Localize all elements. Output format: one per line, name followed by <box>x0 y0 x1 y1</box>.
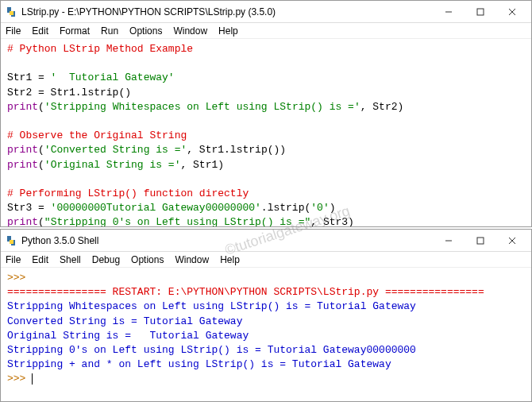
shell-output: Converted String is = Tutorial Gateway <box>7 315 242 327</box>
maximize-button[interactable] <box>465 232 496 249</box>
minimize-button[interactable] <box>433 3 465 21</box>
menu-file[interactable]: File <box>6 254 21 265</box>
menu-options[interactable]: Options <box>131 254 164 265</box>
code-builtin: print <box>7 159 38 171</box>
menu-window[interactable]: Window <box>173 25 207 37</box>
editor-window: LStrip.py - E:\PYTHON\PYTHON SCRIPTS\LSt… <box>0 0 532 227</box>
code-builtin: print <box>7 101 38 113</box>
code-string: '00000000Tutorial Gateway00000000' <box>51 202 261 214</box>
shell-output-area[interactable]: >>> ================ RESTART: E:\PYTHON\… <box>1 268 531 401</box>
code-text: , Str2) <box>360 101 404 113</box>
code-string: 'Original String is =' <box>44 159 181 171</box>
code-string: "Stripping 0's on Left using LStrip() is… <box>44 216 310 226</box>
shell-output: Stripping 0's on Left using LStrip() is … <box>7 344 416 356</box>
shell-restart: ================ RESTART: E:\PYTHON\PYTH… <box>7 286 484 298</box>
menu-edit[interactable]: Edit <box>32 25 48 37</box>
code-text: , Str1) <box>180 159 224 171</box>
menu-file[interactable]: File <box>6 25 21 37</box>
code-string: '0' <box>310 202 329 214</box>
shell-window: Python 3.5.0 Shell File Edit Shell Debug… <box>0 229 532 402</box>
window-controls <box>433 232 528 249</box>
menu-help[interactable]: Help <box>220 254 240 265</box>
menu-window[interactable]: Window <box>175 254 209 265</box>
editor-menubar: File Edit Format Run Options Window Help <box>1 23 531 39</box>
python-icon <box>4 234 17 247</box>
menu-run[interactable]: Run <box>101 25 118 37</box>
code-text: Str3 = <box>7 202 51 214</box>
code-text: , Str3) <box>310 216 354 226</box>
editor-code-area[interactable]: # Python LStrip Method Example Str1 = ' … <box>1 39 531 226</box>
code-text: ( <box>38 159 44 171</box>
menu-shell[interactable]: Shell <box>60 254 81 265</box>
code-comment: # Python LStrip Method Example <box>7 43 193 55</box>
menu-help[interactable]: Help <box>218 25 238 37</box>
text-cursor <box>32 373 33 385</box>
maximize-button[interactable] <box>465 3 496 21</box>
menu-options[interactable]: Options <box>129 25 162 37</box>
window-controls <box>433 3 528 21</box>
editor-title: LStrip.py - E:\PYTHON\PYTHON SCRIPTS\LSt… <box>21 6 433 17</box>
menu-format[interactable]: Format <box>60 25 90 37</box>
shell-prompt: >>> <box>7 373 32 385</box>
code-comment: # Performing LStrip() function directly <box>7 187 249 199</box>
shell-titlebar: Python 3.5.0 Shell <box>1 230 531 252</box>
svg-rect-5 <box>10 240 13 244</box>
editor-titlebar: LStrip.py - E:\PYTHON\PYTHON SCRIPTS\LSt… <box>1 1 531 23</box>
close-button[interactable] <box>496 3 528 21</box>
shell-title: Python 3.5.0 Shell <box>21 235 433 246</box>
code-text: ( <box>38 144 44 156</box>
code-text: ) <box>330 202 336 214</box>
svg-rect-7 <box>477 238 484 244</box>
python-icon <box>4 6 17 18</box>
shell-output: Stripping Whitespaces on Left using LStr… <box>7 300 416 312</box>
code-text: ( <box>38 101 44 113</box>
code-text: ( <box>38 216 44 226</box>
code-text: Str2 = Str1.lstrip() <box>7 87 131 99</box>
menu-debug[interactable]: Debug <box>92 254 120 265</box>
close-button[interactable] <box>496 232 528 249</box>
shell-prompt: >>> <box>7 272 32 284</box>
svg-rect-0 <box>10 11 13 15</box>
minimize-button[interactable] <box>433 232 465 249</box>
svg-rect-2 <box>477 9 484 15</box>
code-text: .lstrip( <box>261 202 310 214</box>
code-text: Str1 = <box>7 72 51 83</box>
code-comment: # Observe the Original String <box>7 129 187 141</box>
code-string: 'Converted String is =' <box>44 144 187 156</box>
code-builtin: print <box>7 216 38 226</box>
code-string: 'Stripping Whitespaces on Left using LSt… <box>44 101 360 113</box>
code-text: , Str1.lstrip()) <box>187 144 286 156</box>
shell-output: Original String is = Tutorial Gateway <box>7 330 249 342</box>
menu-edit[interactable]: Edit <box>32 254 48 265</box>
shell-output: Stripping + and * on Left using LStrip()… <box>7 358 391 370</box>
code-builtin: print <box>7 144 38 156</box>
code-string: ' Tutorial Gateway' <box>51 72 175 83</box>
shell-menubar: File Edit Shell Debug Options Window Hel… <box>1 252 531 268</box>
